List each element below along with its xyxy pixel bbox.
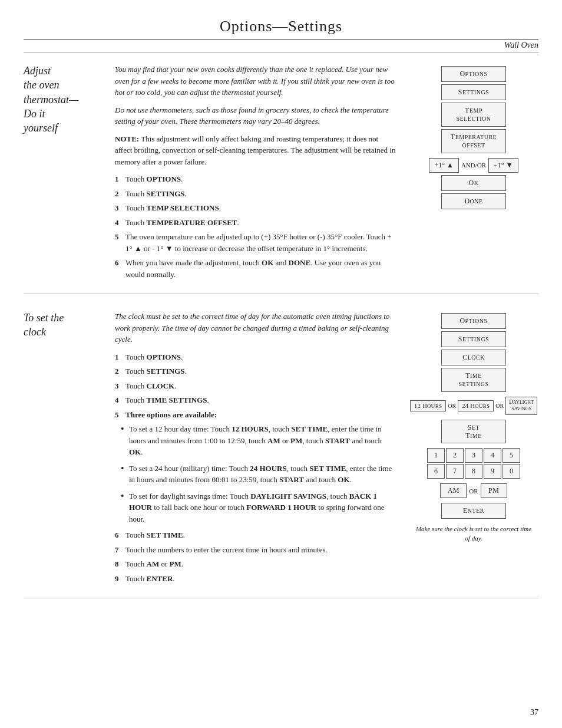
num-5[interactable]: 5: [503, 448, 520, 463]
number-grid: 1 2 3 4 5 6 7 8 9 0: [427, 448, 520, 479]
section2-content: The clock must be set to the correct tim…: [115, 311, 409, 587]
header-rule: [24, 39, 538, 39]
note-text: This adjustment will only affect baking …: [115, 134, 395, 166]
num-9[interactable]: 9: [484, 464, 501, 479]
num-2[interactable]: 2: [446, 448, 464, 463]
section2-panel: OPTIONS SETTINGS CLOCK TIMESETTINGS 12 H…: [409, 311, 538, 587]
set-time-btn[interactable]: SETTIME: [441, 420, 506, 444]
plus-btn[interactable]: +1° ▲: [429, 158, 458, 173]
subtitle-text: Wall Oven: [504, 41, 538, 50]
section-thermostat: Adjustthe oventhermostat—Do ityourself Y…: [24, 64, 538, 294]
section2-intro: The clock must be set to the correct tim…: [115, 311, 397, 345]
section1-panel: OPTIONS SETTINGS TEMPSELECTION TEMPERATU…: [409, 64, 538, 283]
pm-btn[interactable]: PM: [481, 483, 507, 498]
section1-heading-col: Adjustthe oventhermostat—Do ityourself: [24, 64, 115, 283]
or-label-2: OR: [495, 403, 504, 409]
num-0[interactable]: 0: [503, 464, 520, 479]
section2-heading: To set theclock: [24, 311, 109, 340]
done-btn-1[interactable]: DONE: [441, 193, 506, 209]
step5: 5 The oven temperature can be adjusted u…: [115, 231, 397, 254]
step6: 6 When you have made the adjustment, tou…: [115, 257, 397, 280]
s2-step9: 9 Touch ENTER.: [115, 573, 397, 585]
num-4[interactable]: 4: [484, 448, 501, 463]
enter-btn[interactable]: ENTER: [441, 503, 506, 519]
am-btn[interactable]: AM: [440, 483, 467, 498]
page-title: Options—Settings: [24, 18, 538, 35]
hours-row: 12 HOURS OR 24 HOURS OR DAYLIGHTSAVINGS: [410, 397, 537, 415]
clock-bullets: • To set a 12 hour day time: Touch 12 HO…: [121, 423, 397, 525]
step1: 1 Touch OPTIONS.: [115, 173, 397, 185]
section2-steps: 1 Touch OPTIONS. 2 Touch SETTINGS. 3 Tou…: [115, 351, 397, 421]
12hours-btn[interactable]: 12 HOURS: [410, 400, 446, 411]
section1-note: NOTE: This adjustment will only affect b…: [115, 133, 397, 168]
subtitle-rule: [24, 52, 538, 53]
s2-step5: 5 Three options are available:: [115, 409, 397, 421]
bullet-12hr: • To set a 12 hour day time: Touch 12 HO…: [121, 423, 397, 458]
clock-btn[interactable]: CLOCK: [441, 350, 506, 365]
temp-adjust-row: +1° ▲ AND/OR −1° ▼: [429, 158, 518, 173]
num-7[interactable]: 7: [446, 464, 464, 479]
step3: 3 Touch TEMP SELECTIONS.: [115, 202, 397, 214]
section1-para2: Do not use thermometers, such as those f…: [115, 104, 397, 127]
page-number: 37: [530, 708, 538, 717]
subtitle-line: Wall Oven: [24, 41, 538, 50]
s2-step3: 3 Touch CLOCK.: [115, 380, 397, 392]
page-header: Options—Settings: [24, 18, 538, 35]
note-bold: NOTE:: [115, 134, 139, 143]
section2-steps-after: 6 Touch SET TIME. 7 Touch the numbers to…: [115, 529, 397, 584]
ok-btn-1[interactable]: OK: [441, 175, 506, 191]
andor-label: AND/OR: [461, 162, 486, 169]
num-1[interactable]: 1: [427, 448, 445, 463]
num-8[interactable]: 8: [465, 464, 482, 479]
time-settings-btn[interactable]: TIMESETTINGS: [441, 368, 506, 392]
24hours-btn[interactable]: 24 HOURS: [458, 400, 494, 411]
or-label-1: OR: [448, 403, 456, 409]
section2-heading-col: To set theclock: [24, 311, 115, 587]
s2-step4: 4 Touch TIME SETTINGS.: [115, 394, 397, 406]
s2-step2: 2 Touch SETTINGS.: [115, 365, 397, 377]
options-btn-2[interactable]: OPTIONS: [441, 313, 506, 329]
section1-heading: Adjustthe oventhermostat—Do ityourself: [24, 64, 109, 135]
daylight-btn[interactable]: DAYLIGHTSAVINGS: [505, 397, 537, 415]
clock-caption: Make sure the clock is set to the correc…: [415, 525, 533, 543]
num-3[interactable]: 3: [465, 448, 482, 463]
section-clock: To set theclock The clock must be set to…: [24, 305, 538, 598]
settings-btn-2[interactable]: SETTINGS: [441, 331, 506, 347]
num-6[interactable]: 6: [427, 464, 445, 479]
step4: 4 Touch TEMPERATURE OFFSET.: [115, 217, 397, 229]
temp-offset-btn[interactable]: TEMPERATUREOFFSET: [441, 129, 506, 153]
or-label-ampm: OR: [469, 487, 478, 495]
minus-btn[interactable]: −1° ▼: [488, 158, 518, 173]
section1-steps: 1 Touch OPTIONS. 2 Touch SETTINGS. 3 Tou…: [115, 173, 397, 280]
s2-step7: 7 Touch the numbers to enter the current…: [115, 544, 397, 556]
temp-selection-btn[interactable]: TEMPSELECTION: [441, 103, 506, 127]
settings-btn-1[interactable]: SETTINGS: [441, 84, 506, 100]
bullet-24hr: • To set a 24 hour (military) time: Touc…: [121, 463, 397, 486]
step2: 2 Touch SETTINGS.: [115, 188, 397, 200]
am-pm-row: AM OR PM: [440, 483, 507, 498]
s2-step8: 8 Touch AM or PM.: [115, 558, 397, 570]
page-container: Options—Settings Wall Oven Adjustthe ove…: [0, 0, 562, 728]
s2-step6: 6 Touch SET TIME.: [115, 529, 397, 541]
bullet-daylight: • To set for daylight savings time: Touc…: [121, 490, 397, 525]
options-btn-1[interactable]: OPTIONS: [441, 66, 506, 82]
s2-step1: 1 Touch OPTIONS.: [115, 351, 397, 363]
section1-content: You may find that your new oven cooks di…: [115, 64, 409, 283]
section1-intro: You may find that your new oven cooks di…: [115, 64, 397, 98]
